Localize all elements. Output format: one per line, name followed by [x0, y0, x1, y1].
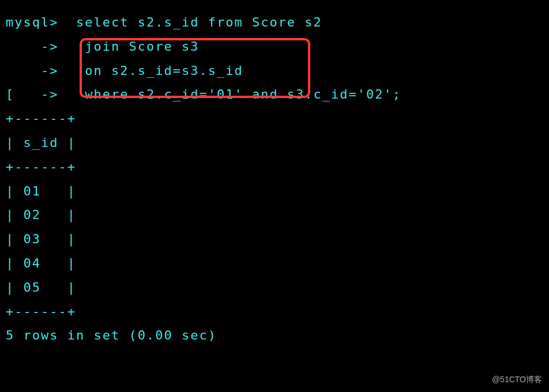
result-divider-mid: +------+: [6, 155, 543, 179]
query-line-4: [ -> where s2.c_id='01' and s3.c_id='02'…: [6, 82, 543, 107]
sql-line: join Score s3: [85, 39, 199, 54]
result-divider-top: +------+: [6, 107, 543, 131]
result-row: | 02 |: [6, 203, 543, 227]
query-line-1: mysql> select s2.s_id from Score s2: [6, 10, 543, 35]
result-row: | 03 |: [6, 227, 543, 251]
result-footer: 5 rows in set (0.00 sec): [6, 323, 543, 348]
result-row: | 01 |: [6, 179, 543, 203]
sql-line: on s2.s_id=s3.s_id: [85, 63, 243, 78]
mysql-prompt: mysql>: [6, 15, 58, 29]
result-row: | 04 |: [6, 251, 543, 276]
bracket-char: [: [6, 87, 14, 101]
sql-line: select s2.s_id from Score s2: [76, 15, 322, 29]
result-divider-bottom: +------+: [6, 300, 543, 324]
result-header-row: | s_id |: [6, 131, 543, 155]
query-line-3: -> on s2.s_id=s3.s_id: [6, 59, 543, 83]
continuation-prompt: ->: [6, 39, 58, 54]
result-row: | 05 |: [6, 276, 543, 300]
continuation-prompt-last: ->: [14, 87, 58, 101]
watermark-text: @51CTO博客: [492, 372, 542, 387]
continuation-prompt: ->: [6, 63, 58, 78]
query-line-2: -> join Score s3: [6, 35, 543, 59]
sql-line: where s2.c_id='01' and s3.c_id='02';: [85, 87, 401, 101]
